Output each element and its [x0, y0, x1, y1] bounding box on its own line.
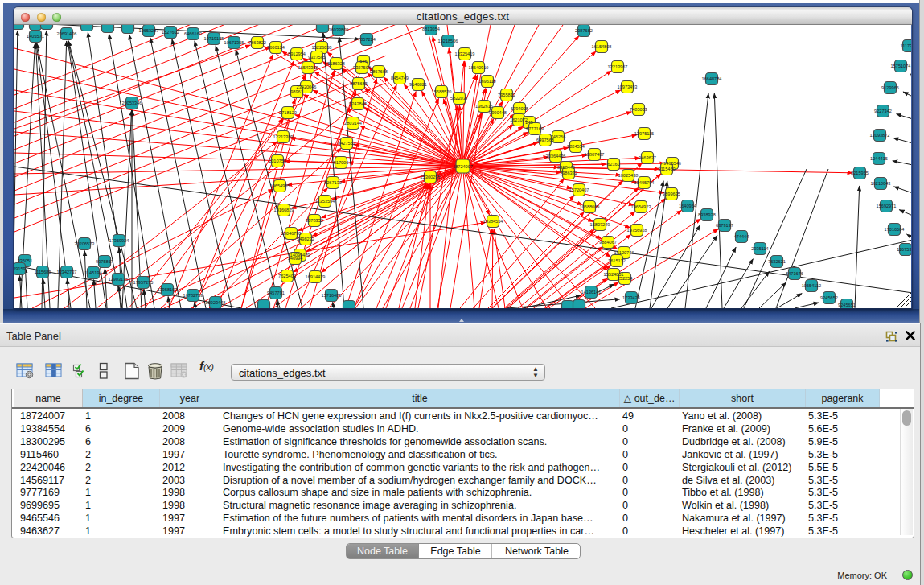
svg-text:7632621: 7632621	[768, 259, 786, 264]
svg-text:1117342: 1117342	[901, 43, 911, 48]
svg-text:1010755: 1010755	[269, 159, 286, 163]
svg-text:9777169: 9777169	[526, 126, 544, 131]
svg-text:252254: 252254	[618, 276, 633, 281]
svg-text:98961: 98961	[290, 89, 303, 94]
svg-text:1145194: 1145194	[84, 270, 101, 275]
svg-text:1527602: 1527602	[162, 30, 179, 35]
svg-text:10807487: 10807487	[585, 152, 605, 157]
svg-text:8912954: 8912954	[288, 51, 306, 56]
svg-text:10973493: 10973493	[618, 84, 638, 89]
svg-text:12093872: 12093872	[870, 133, 890, 138]
svg-text:1733426: 1733426	[622, 295, 640, 300]
svg-text:6497568: 6497568	[536, 138, 554, 142]
svg-text:917006: 917006	[334, 160, 349, 165]
svg-text:9990448: 9990448	[489, 110, 507, 115]
svg-text:9245651: 9245651	[838, 303, 856, 307]
svg-text:1405571: 1405571	[27, 34, 44, 39]
svg-text:6794028: 6794028	[511, 106, 528, 111]
svg-text:5822037: 5822037	[450, 96, 468, 101]
svg-text:2718120: 2718120	[279, 110, 297, 115]
svg-text:19384554: 19384554	[483, 219, 503, 224]
svg-text:16914479: 16914479	[306, 274, 326, 279]
svg-text:39159: 39159	[14, 266, 26, 271]
svg-text:8454749: 8454749	[391, 76, 409, 80]
svg-text:11353594: 11353594	[315, 199, 335, 204]
svg-text:9146821: 9146821	[409, 82, 427, 87]
svg-text:3875685: 3875685	[350, 81, 368, 86]
svg-text:20206573: 20206573	[75, 241, 95, 246]
svg-text:2087682: 2087682	[575, 28, 593, 33]
svg-text:6379197: 6379197	[716, 223, 733, 228]
svg-text:9463627: 9463627	[639, 155, 656, 160]
svg-text:10688609: 10688609	[580, 204, 600, 209]
svg-text:16543382: 16543382	[298, 65, 318, 70]
svg-text:15495794: 15495794	[634, 180, 655, 185]
svg-text:62160: 62160	[607, 162, 620, 167]
svg-text:335051: 335051	[18, 258, 33, 263]
svg-text:1244415: 1244415	[870, 156, 888, 161]
svg-text:8813054: 8813054	[422, 27, 440, 31]
svg-text:1115689: 1115689	[35, 270, 51, 274]
svg-text:16782759: 16782759	[183, 293, 203, 298]
svg-text:2803144: 2803144	[344, 121, 362, 126]
svg-text:7485063: 7485063	[630, 107, 647, 112]
svg-text:12903135: 12903135	[109, 277, 129, 282]
svg-text:10653287: 10653287	[139, 28, 159, 33]
svg-text:19654985: 19654985	[270, 183, 290, 188]
svg-text:12213967: 12213967	[608, 64, 628, 69]
svg-text:17016504: 17016504	[885, 227, 905, 232]
svg-text:7857224: 7857224	[358, 37, 376, 42]
svg-text:245: 245	[525, 120, 532, 125]
svg-text:1615132: 1615132	[608, 258, 626, 263]
svg-text:1362615: 1362615	[475, 104, 493, 109]
svg-text:16648784: 16648784	[702, 76, 722, 81]
svg-text:16120746: 16120746	[614, 250, 634, 255]
svg-text:13958107: 13958107	[158, 287, 178, 292]
svg-text:9115460: 9115460	[658, 167, 675, 171]
svg-text:8427552: 8427552	[338, 141, 355, 146]
svg-text:140994: 140994	[288, 256, 303, 261]
svg-text:15588520: 15588520	[432, 89, 452, 94]
svg-text:12923448: 12923448	[206, 300, 226, 305]
svg-text:7663822: 7663822	[248, 40, 266, 45]
svg-text:9899695: 9899695	[663, 192, 680, 196]
svg-text:1696110: 1696110	[478, 79, 495, 84]
svg-text:8938928: 8938928	[698, 212, 716, 217]
svg-text:546: 546	[359, 59, 367, 64]
svg-text:9327508: 9327508	[353, 65, 371, 70]
svg-text:20364436: 20364436	[546, 154, 566, 159]
svg-text:10025438: 10025438	[618, 173, 639, 178]
svg-text:12213389: 12213389	[273, 134, 294, 139]
svg-text:9327505: 9327505	[308, 55, 326, 60]
svg-text:17957275: 17957275	[133, 280, 154, 285]
svg-text:6466160: 6466160	[184, 31, 202, 36]
svg-text:1640954: 1640954	[679, 204, 696, 208]
svg-text:8215955: 8215955	[851, 171, 869, 175]
svg-text:474444: 474444	[734, 234, 749, 239]
svg-text:2867608: 2867608	[370, 69, 388, 74]
svg-text:19654923: 19654923	[631, 204, 651, 209]
svg-text:16210643: 16210643	[871, 181, 891, 186]
svg-text:15226058: 15226058	[312, 45, 332, 50]
svg-text:7625402: 7625402	[278, 274, 296, 278]
svg-text:20053346: 20053346	[122, 101, 142, 105]
svg-text:15692971: 15692971	[877, 204, 897, 208]
svg-text:8918440: 8918440	[557, 165, 575, 170]
svg-text:12342737: 12342737	[57, 270, 77, 274]
svg-text:9884067: 9884067	[599, 240, 617, 245]
svg-text:9465546: 9465546	[663, 161, 681, 166]
svg-text:10654112: 10654112	[802, 283, 821, 288]
svg-text:8186328: 8186328	[327, 61, 345, 66]
svg-text:9245652: 9245652	[820, 295, 838, 300]
svg-text:17359924: 17359924	[109, 238, 129, 243]
svg-text:7955812: 7955812	[498, 93, 515, 97]
svg-text:16154808: 16154808	[592, 44, 612, 49]
svg-text:5498222: 5498222	[297, 237, 314, 241]
svg-text:14136141: 14136141	[581, 290, 602, 295]
svg-text:19756928: 19756928	[627, 228, 647, 233]
svg-text:19166829: 19166829	[274, 208, 294, 212]
svg-text:9227342: 9227342	[874, 109, 892, 113]
svg-text:3660124: 3660124	[267, 45, 285, 50]
svg-text:1167534: 1167534	[897, 247, 911, 252]
svg-text:16033809: 16033809	[329, 27, 349, 32]
